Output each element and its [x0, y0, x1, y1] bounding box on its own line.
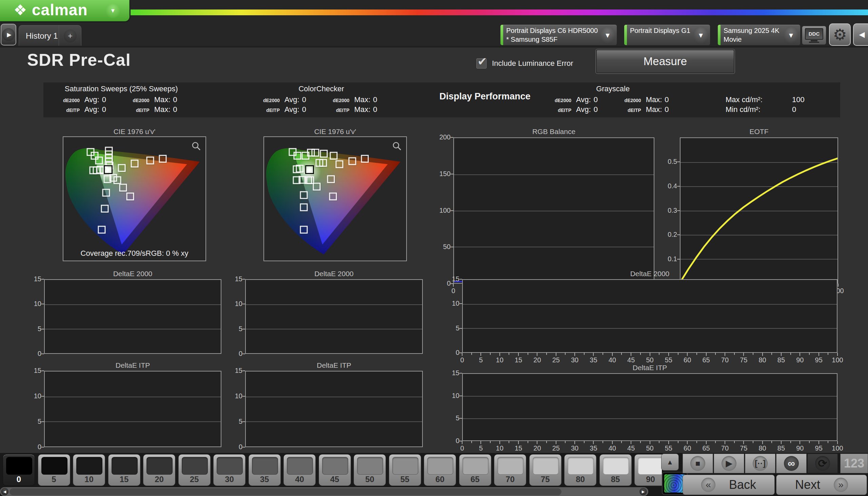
color-target-marker [320, 150, 327, 158]
stat-value: 0 [173, 105, 192, 114]
x-axis-tick [574, 353, 575, 356]
step-button-55[interactable]: 55 [389, 454, 421, 486]
stat-label: Max: [154, 95, 171, 104]
y-axis-tick-label: 10 [22, 300, 42, 308]
play-button[interactable]: ▶ [714, 454, 744, 473]
step-button-30[interactable]: 30 [213, 454, 245, 486]
step-button-45[interactable]: 45 [319, 454, 351, 486]
step-button-70[interactable]: 70 [494, 454, 526, 486]
back-button[interactable]: « Back [682, 475, 775, 495]
y-axis-tick [460, 303, 462, 304]
measure-button[interactable]: Measure [596, 49, 735, 73]
y-axis-tick-label: 5 [22, 418, 42, 425]
stat-value: 0 [594, 105, 612, 114]
x-axis-tick-label: 100 [830, 445, 845, 452]
step-button-80[interactable]: 80 [564, 454, 596, 486]
plus-icon: + [64, 30, 77, 42]
main-menu-button[interactable]: ▼ [106, 4, 120, 18]
pattern-list-up-button[interactable]: ▲ [661, 454, 679, 470]
y-axis-tick [677, 161, 680, 162]
meter-dropdown-1[interactable]: Portrait Displays C6 HDR5000* Samsung S8… [500, 25, 617, 45]
stat-label: Avg: [285, 95, 300, 104]
color-target-marker [300, 204, 308, 211]
y-axis-tick [242, 304, 245, 304]
meter-dropdown-3[interactable]: Samsung 2025 4KMovie▼ [718, 25, 801, 45]
step-button-5[interactable]: 5 [38, 454, 70, 486]
step-button-65[interactable]: 65 [459, 454, 491, 486]
x-axis-tick-label: 25 [549, 356, 564, 364]
dropdown-button[interactable]: ▼ [693, 27, 709, 44]
cie-diagram-cie1: Coverage rec.709/sRGB: 0 % xy [63, 136, 206, 261]
x-axis-tick [838, 284, 838, 287]
next-button[interactable]: Next » [776, 475, 867, 495]
settings-button[interactable]: ⚙ [829, 24, 851, 46]
x-axis-tick-label: 65 [699, 445, 714, 452]
ddc-button[interactable]: DDC [802, 26, 826, 45]
step-button-40[interactable]: 40 [284, 454, 316, 486]
gray-swatch [603, 457, 629, 475]
scroll-left-icon[interactable]: ◀ [1, 488, 9, 495]
color-target-marker [300, 191, 308, 199]
stat-label: Avg: [84, 105, 99, 114]
step-button-15[interactable]: 15 [108, 454, 140, 486]
step-label: 70 [494, 475, 526, 484]
play-range-button[interactable]: [··] [745, 454, 775, 473]
color-target-marker [329, 192, 337, 200]
dropdown-button[interactable]: ▼ [600, 27, 615, 44]
meter-dropdown-2[interactable]: Portrait Displays G1▼ [624, 25, 710, 45]
step-button-50[interactable]: 50 [354, 454, 386, 486]
gray-swatch [427, 457, 453, 475]
pattern-scrollbar[interactable]: ◀ ▶ [0, 487, 648, 496]
chevron-left-icon: ◀ [859, 30, 865, 39]
x-axis-tick-label: 50 [643, 356, 657, 364]
magnifier-icon[interactable] [191, 141, 202, 153]
color-target-marker [126, 192, 134, 200]
gridline [246, 304, 422, 305]
tab-history-1[interactable]: History 1 + [19, 25, 81, 46]
step-label: 50 [354, 475, 386, 484]
include-luminance-checkbox[interactable]: ✔ Include Luminance Error [477, 58, 573, 68]
x-axis-minor-tick [809, 353, 810, 355]
chevron-down-icon: ▼ [697, 32, 704, 40]
dropdown-button[interactable]: ▼ [783, 27, 799, 44]
stat-label: Avg: [285, 105, 300, 114]
y-axis-tick [42, 304, 44, 304]
white-point-marker [104, 165, 113, 174]
step-button-85[interactable]: 85 [599, 454, 632, 486]
history-nav-button[interactable]: ▶ [1, 24, 16, 45]
gray-swatch [182, 457, 208, 475]
x-axis-minor-tick [809, 441, 810, 443]
stat-metric: dEITP [51, 108, 80, 113]
checkbox-icon[interactable]: ✔ [477, 58, 486, 68]
y-axis-tick-label: 200 [432, 133, 451, 141]
step-button-20[interactable]: 20 [143, 454, 175, 486]
y-axis-tick [460, 418, 462, 419]
step-button-25[interactable]: 25 [178, 454, 211, 486]
stat-value: 0 [594, 95, 612, 104]
step-button-10[interactable]: 10 [73, 454, 105, 486]
x-axis-minor-tick [602, 441, 603, 443]
step-button-60[interactable]: 60 [424, 454, 456, 486]
collapse-panel-button[interactable]: ◀ [853, 24, 868, 46]
calman-logo[interactable]: ❖ calman ▼ [0, 0, 130, 21]
x-axis-tick-label: 75 [736, 445, 751, 452]
x-axis-tick-label: 40 [605, 445, 620, 452]
x-axis-tick-label: 60 [680, 445, 695, 452]
auto-advance-button[interactable]: ⟳ [807, 454, 838, 473]
scroll-right-icon[interactable]: ▶ [640, 488, 647, 495]
cie-diagram-cie2 [263, 136, 407, 261]
step-button-90[interactable]: 90 [634, 454, 662, 486]
meter-line2: Movie [724, 36, 741, 43]
y-axis-tick [460, 396, 462, 396]
magnifier-icon[interactable] [392, 141, 402, 153]
add-tab-button[interactable]: + [59, 26, 81, 46]
step-button-75[interactable]: 75 [529, 454, 562, 486]
step-button-0[interactable]: 0 [3, 454, 35, 486]
loop-continuous-button[interactable]: ∞ [776, 454, 807, 473]
y-axis-tick-label: 10 [440, 299, 460, 307]
scrollbar-thumb[interactable] [10, 488, 562, 495]
rainbow-gradient-bar [130, 10, 868, 15]
x-axis-tick-label: 80 [755, 356, 770, 364]
stop-button[interactable]: ■ [682, 454, 713, 473]
step-button-35[interactable]: 35 [248, 454, 281, 486]
